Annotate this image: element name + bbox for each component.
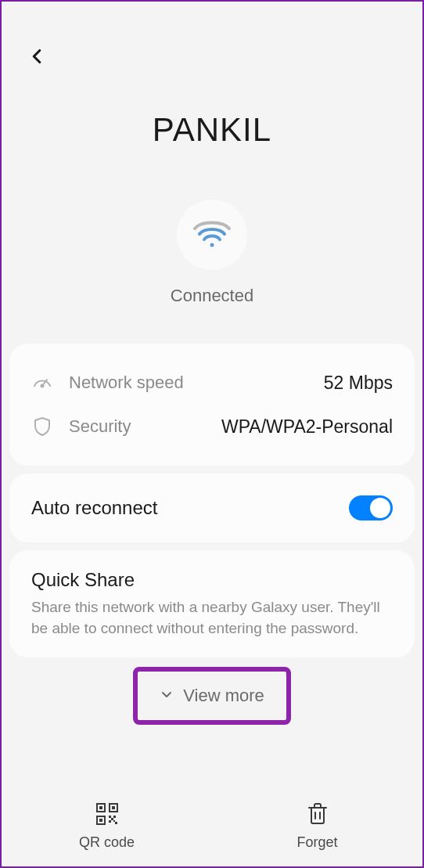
svg-rect-14	[113, 820, 115, 822]
svg-rect-12	[111, 818, 113, 820]
qr-code-button[interactable]: QR code	[45, 801, 170, 851]
bottom-bar: QR code Forget	[2, 786, 422, 866]
quick-share-description: Share this network with a nearby Galaxy …	[31, 597, 393, 639]
chevron-down-icon	[160, 687, 174, 704]
svg-rect-4	[99, 806, 102, 809]
view-more-button[interactable]: View more	[133, 667, 291, 725]
network-info-card: Network speed 52 Mbps Security WPA/WPA2-…	[9, 344, 415, 466]
shield-icon	[31, 416, 53, 438]
network-speed-row: Network speed 52 Mbps	[31, 361, 393, 405]
security-value: WPA/WPA2-Personal	[221, 416, 393, 438]
speed-value: 52 Mbps	[324, 373, 393, 394]
wifi-icon-container	[2, 200, 422, 270]
forget-label: Forget	[296, 834, 337, 851]
network-name: PANKIL	[2, 111, 422, 149]
svg-rect-8	[99, 819, 102, 822]
speed-icon	[31, 372, 53, 394]
auto-reconnect-row[interactable]: Auto reconnect	[9, 474, 415, 542]
speed-label: Network speed	[69, 373, 184, 393]
trash-icon	[305, 801, 330, 827]
forget-button[interactable]: Forget	[255, 801, 380, 851]
svg-point-2	[41, 385, 44, 387]
wifi-icon	[192, 218, 232, 252]
back-button[interactable]	[25, 45, 49, 68]
qr-code-label: QR code	[79, 834, 135, 851]
quick-share-title: Quick Share	[31, 569, 393, 591]
connection-status: Connected	[2, 286, 422, 306]
qr-code-icon	[95, 801, 120, 827]
security-row: Security WPA/WPA2-Personal	[31, 405, 393, 448]
security-label: Security	[69, 416, 131, 437]
svg-rect-11	[109, 820, 111, 823]
svg-rect-9	[109, 816, 111, 818]
svg-rect-10	[113, 816, 116, 818]
svg-point-0	[210, 243, 214, 247]
view-more-label: View more	[183, 686, 264, 706]
svg-rect-6	[112, 806, 115, 809]
svg-rect-13	[115, 822, 117, 824]
auto-reconnect-toggle[interactable]	[349, 495, 393, 520]
auto-reconnect-label: Auto reconnect	[31, 497, 157, 519]
quick-share-card[interactable]: Quick Share Share this network with a ne…	[9, 550, 415, 657]
